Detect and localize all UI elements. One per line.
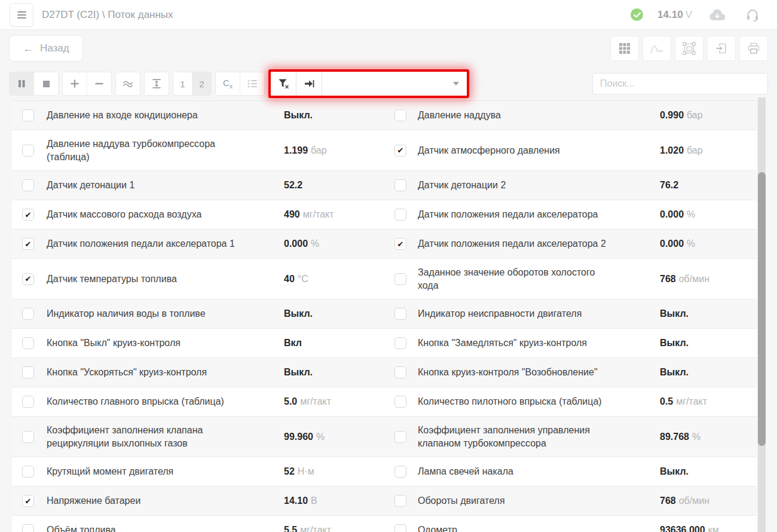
- row-checkbox[interactable]: [394, 466, 406, 478]
- row-checkbox[interactable]: ✔: [394, 145, 406, 157]
- row-checkbox[interactable]: [22, 337, 34, 349]
- row-checkbox[interactable]: [22, 431, 34, 443]
- plus-icon: [70, 79, 79, 88]
- row-checkbox[interactable]: [394, 495, 406, 507]
- support-headset-button[interactable]: [746, 8, 759, 22]
- row-checkbox[interactable]: [394, 109, 406, 121]
- row-checkbox[interactable]: [394, 209, 406, 221]
- row-checkbox[interactable]: [394, 308, 406, 320]
- param-name: Давление на входе кондиционера: [47, 105, 251, 126]
- param-name: Крутящий момент двигателя: [47, 461, 251, 482]
- param-value: Выкл.: [660, 367, 757, 378]
- print-button[interactable]: [739, 36, 768, 61]
- fit-height-button[interactable]: [145, 72, 169, 95]
- param-name: Одометр: [418, 520, 622, 532]
- table-row: Давление на входе кондиционера Выкл. Дав…: [12, 101, 757, 130]
- row-checkbox[interactable]: [22, 109, 34, 121]
- row-checkbox[interactable]: [22, 396, 34, 408]
- row-checkbox[interactable]: [22, 466, 34, 478]
- row-checkbox[interactable]: [22, 179, 34, 191]
- arrow-to-bar-icon: [304, 79, 315, 88]
- list-button[interactable]: [240, 72, 264, 95]
- data-table: Давление на входе кондиционера Выкл. Дав…: [12, 100, 757, 532]
- param-name: Коэффициент заполнения управления клапан…: [418, 420, 622, 453]
- param-cell: Датчик детонации 2 76.2: [384, 171, 757, 200]
- param-cell: Крутящий момент двигателя 52Н·м: [12, 457, 384, 486]
- row-checkbox[interactable]: [394, 396, 406, 408]
- table-row: ✔ Датчик массового расхода воздуха 490мг…: [12, 200, 757, 230]
- table-row: Кнопка "Ускоряться" круиз-контроля Выкл.…: [12, 358, 757, 387]
- hamburger-menu-button[interactable]: [10, 3, 33, 27]
- param-value: Выкл.: [660, 338, 757, 348]
- row-checkbox[interactable]: [394, 179, 406, 191]
- export-button[interactable]: [707, 36, 736, 61]
- wave-icon: [123, 80, 133, 88]
- param-value: 40°C: [284, 274, 384, 285]
- filter-clear-icon: [278, 78, 289, 89]
- param-name: Датчик положения педали акселератора 1: [47, 234, 251, 254]
- row-checkbox[interactable]: [394, 524, 406, 532]
- param-value: Выкл.: [284, 110, 384, 121]
- headset-icon: [746, 8, 759, 22]
- param-value: 99.960%: [284, 432, 384, 442]
- row-checkbox[interactable]: [394, 337, 406, 349]
- scrollbar-thumb[interactable]: [758, 172, 766, 446]
- stop-button[interactable]: [33, 72, 58, 95]
- page-1-button[interactable]: 1: [173, 72, 192, 95]
- row-checkbox[interactable]: [22, 145, 34, 157]
- param-value: 1.199бар: [284, 145, 384, 156]
- row-checkbox[interactable]: [22, 524, 34, 532]
- smooth-button[interactable]: [116, 72, 140, 95]
- battery-voltage-readout: 14.10V: [657, 9, 692, 21]
- decrease-button[interactable]: [87, 72, 111, 95]
- param-value: 52Н·м: [284, 466, 384, 477]
- snapshot-button[interactable]: [675, 36, 703, 61]
- search-input[interactable]: [592, 73, 768, 94]
- param-value: 0.990бар: [660, 110, 757, 121]
- row-checkbox[interactable]: ✔: [22, 209, 34, 221]
- scrollbar[interactable]: [758, 97, 766, 532]
- param-cell: Количество пилотного впрыска (таблица) 0…: [384, 387, 757, 416]
- page-2-button[interactable]: 2: [192, 72, 211, 95]
- top-bar: D27DT (C2I) \ Поток данных 14.10V: [0, 0, 777, 30]
- pause-button[interactable]: [10, 72, 33, 95]
- fit-height-group: [144, 72, 169, 96]
- param-cell: Датчик положения педали акселератора 0.0…: [384, 200, 757, 229]
- row-checkbox[interactable]: [22, 308, 34, 320]
- row-checkbox[interactable]: [394, 431, 406, 443]
- param-cell: Давление наддува 0.990бар: [384, 101, 757, 130]
- param-name: Лампа свечей накала: [418, 461, 622, 482]
- grid-view-button[interactable]: [610, 36, 639, 61]
- row-checkbox[interactable]: ✔: [22, 495, 34, 507]
- clear-filter-button[interactable]: [271, 72, 296, 96]
- param-cell: ✔ Датчик положения педали акселератора 2…: [384, 230, 757, 258]
- param-cell: Объём топлива 5.5мг/такт: [12, 516, 384, 532]
- row-checkbox[interactable]: [394, 273, 406, 285]
- back-button[interactable]: ← Назад: [9, 35, 83, 62]
- param-name: Кнопка круиз-контроля "Возобновление": [418, 362, 622, 383]
- param-cell: ✔ Датчик атмосферного давления 1.020бар: [384, 130, 757, 170]
- row-checkbox[interactable]: [394, 366, 406, 378]
- chart-view-button[interactable]: [643, 36, 671, 61]
- param-name: Индикатор наличия воды в топливе: [47, 304, 251, 324]
- print-icon: [747, 42, 760, 55]
- highlighted-filter-cluster: [268, 69, 469, 98]
- table-row: ✔ Датчик температуры топлива 40°C Заданн…: [12, 259, 757, 299]
- param-value: Выкл.: [284, 308, 384, 319]
- filter-value-select[interactable]: [322, 72, 467, 96]
- move-to-selected-button[interactable]: [296, 72, 322, 96]
- param-cell: Кнопка "Ускоряться" круиз-контроля Выкл.: [12, 358, 384, 387]
- cloud-sync-icon: [709, 9, 726, 21]
- param-cell: Обороты двигателя 768об/мин: [384, 487, 757, 515]
- param-value: Вкл: [284, 338, 384, 348]
- param-name: Количество пилотного впрыска (таблица): [418, 392, 622, 412]
- back-button-label: Назад: [40, 42, 69, 54]
- row-checkbox[interactable]: ✔: [394, 238, 406, 250]
- row-checkbox[interactable]: ✔: [22, 273, 34, 285]
- increase-button[interactable]: [63, 72, 87, 95]
- row-checkbox[interactable]: [22, 366, 34, 378]
- row-checkbox[interactable]: ✔: [22, 238, 34, 250]
- clear-values-button[interactable]: Cx: [216, 72, 240, 95]
- param-value: 0.000%: [284, 239, 384, 249]
- clear-values-icon: Cx: [223, 78, 233, 90]
